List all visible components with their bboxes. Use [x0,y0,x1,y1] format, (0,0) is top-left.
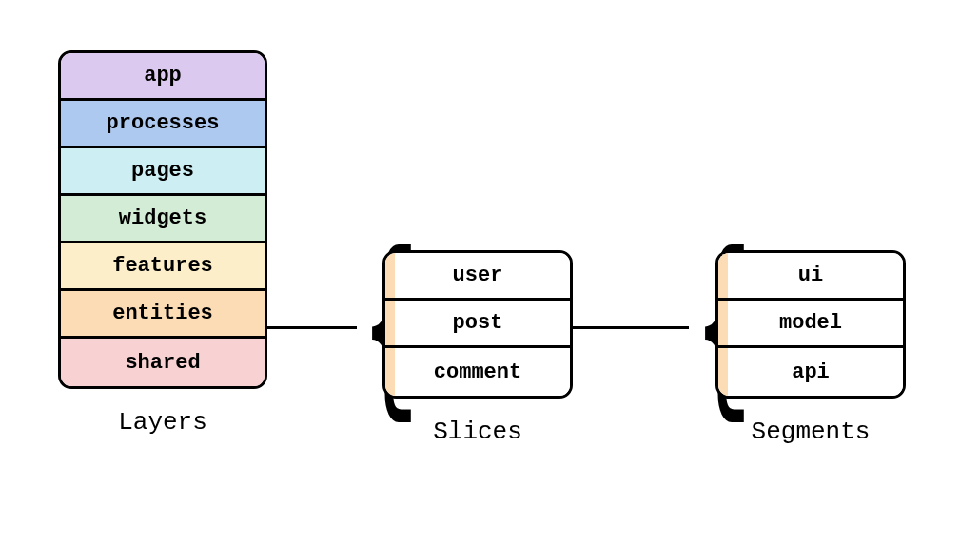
slice-label: comment [434,360,521,384]
layer-processes: processes [61,101,265,148]
layer-label: entities [112,302,213,325]
accent-bar [385,301,395,345]
connector-slices-to-segments [573,326,689,329]
layers-group: app processes pages widgets features ent… [58,50,267,437]
architecture-diagram: app processes pages widgets features ent… [0,0,980,545]
accent-bar [718,253,728,298]
slice-comment: comment [385,348,570,396]
segment-label: ui [798,263,823,287]
layer-entities: entities [61,291,265,339]
layer-label: shared [125,351,200,375]
layer-shared: shared [61,339,265,386]
segment-model: model [718,301,903,348]
connector-layers-to-slices [267,326,357,329]
segments-label: Segments [752,418,871,446]
layer-pages: pages [61,148,265,196]
segment-api: api [718,348,903,396]
layer-label: pages [131,159,194,183]
slice-label: user [453,263,503,287]
slices-group: user post comment Slices [382,250,573,446]
accent-bar [718,348,728,396]
segment-ui: ui [718,253,903,301]
layer-app: app [61,53,265,101]
slices-label: Slices [433,418,522,446]
segment-label: api [792,360,830,384]
slices-stack: user post comment [382,250,573,399]
layer-widgets: widgets [61,196,265,243]
layers-stack: app processes pages widgets features ent… [58,50,267,389]
layer-label: app [144,64,182,88]
segments-stack: ui model api [715,250,906,399]
segment-label: model [779,311,842,335]
layer-features: features [61,243,265,291]
accent-bar [718,301,728,345]
segments-group: ui model api Segments [715,250,906,446]
slice-user: user [385,253,570,301]
slice-label: post [453,311,503,335]
layers-label: Layers [118,408,207,437]
layer-label: processes [107,111,220,135]
layer-label: widgets [119,206,206,230]
accent-bar [385,348,395,396]
slice-post: post [385,301,570,348]
layer-label: features [112,254,213,278]
accent-bar [385,253,395,298]
